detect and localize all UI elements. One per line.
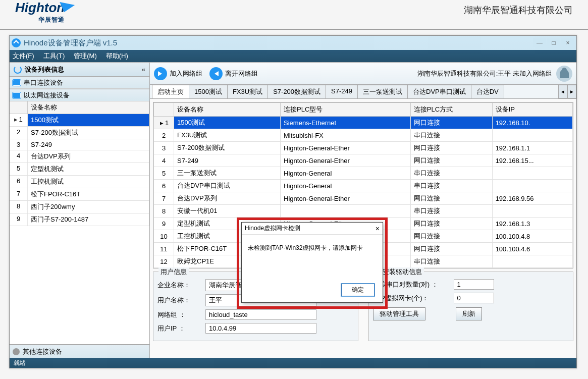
cell-no: 7 <box>154 192 174 205</box>
tab[interactable]: 台达DV <box>471 85 504 98</box>
logo-main: Highton <box>15 0 65 15</box>
row-name: 松下FPOR-C16T <box>28 188 149 200</box>
sidebar-ethernet-section: 以太网连接设备 设备名称 11500测试2S7-200数据测试3S7-2494台… <box>10 89 149 345</box>
cell-model: Hignton-General <box>281 167 411 180</box>
cell-no: 6 <box>154 180 174 192</box>
table-row[interactable]: 6台达DVP串口测试Hignton-General串口连接 <box>154 180 573 192</box>
sidebar-row[interactable]: 11500测试 <box>10 114 149 127</box>
cell-mode: 网口连接 <box>410 154 492 167</box>
minimize-button[interactable]: — <box>533 38 546 47</box>
logo-sub: 华辰智通 <box>15 16 65 24</box>
row-name: 工控机测试 <box>28 176 149 188</box>
table-row[interactable]: 5三一泵送测试Hignton-General串口连接 <box>154 167 573 180</box>
user-info-title: 用户信息 <box>158 267 189 277</box>
menu-file[interactable]: 文件(F) <box>13 51 34 61</box>
tab[interactable]: 启动主页 <box>152 85 189 98</box>
driver-manager-button[interactable]: 驱动管理工具 <box>373 307 425 320</box>
maximize-button[interactable]: □ <box>547 38 560 47</box>
refresh-icon[interactable] <box>14 66 22 74</box>
cell-name: 三一泵送测试 <box>174 167 281 180</box>
sidebar-other-section[interactable]: 其他连接设备 <box>10 345 149 358</box>
serial-icon <box>13 80 21 86</box>
sidebar-serial-title[interactable]: 串口连接设备 <box>10 77 149 89</box>
cell-ip: 192.168.10. <box>492 117 572 129</box>
cell-ip: 100.100.4.8 <box>492 230 572 243</box>
sidebar-row[interactable]: 4台达DVP系列 <box>10 150 149 163</box>
row-name: 西门子S7-200-1487 <box>28 213 149 226</box>
sidebar-row[interactable]: 5定型机测试 <box>10 163 149 176</box>
refresh-button[interactable]: 刷新 <box>456 307 482 320</box>
table-row[interactable]: 3S7-200数据测试Hignton-General-Ether网口连接192.… <box>154 142 573 154</box>
dialog-close-button[interactable]: × <box>376 225 380 233</box>
sidebar-list-header: 设备名称 <box>10 101 149 114</box>
row-no: 2 <box>10 127 28 139</box>
cell-model: Hignton-General <box>281 180 411 192</box>
menu-tools[interactable]: 工具(T) <box>43 51 65 61</box>
username-label: 用户名称： <box>157 296 205 305</box>
join-label: 加入网络组 <box>170 69 202 78</box>
sidebar-row[interactable]: 6工控机测试 <box>10 176 149 188</box>
status-text: 就绪 <box>14 359 26 367</box>
dialog-body: 未检测到TAP-Win32虚拟网卡，请添加网卡 <box>242 235 383 280</box>
avatar[interactable] <box>556 66 572 82</box>
cell-model: Hignton-General-Ether <box>281 192 411 205</box>
th-name: 设备名称 <box>174 103 281 117</box>
cell-no: 5 <box>154 167 174 180</box>
leave-network-button[interactable]: 离开网络组 <box>209 67 258 80</box>
cell-ip <box>492 129 572 142</box>
tab[interactable]: 1500测试 <box>189 85 228 98</box>
tab[interactable]: 三一泵送测试 <box>357 85 408 98</box>
company-label: 企业名称： <box>157 281 205 290</box>
table-row[interactable]: 7台达DVP系列Hignton-General-Ether网口连接192.168… <box>154 192 573 205</box>
cell-no: 8 <box>154 205 174 218</box>
table-row[interactable]: 2FX3U测试Mitsubishi-FX串口连接 <box>154 129 573 142</box>
tab-scroll: ◄ ► <box>558 85 576 98</box>
serial-label: 串口连接设备 <box>24 78 63 87</box>
sidebar-row[interactable]: 8西门子200wmy <box>10 201 149 213</box>
highlight-box: Hinode虚拟网卡检测 × 未检测到TAP-Win32虚拟网卡，请添加网卡 确… <box>238 219 386 307</box>
cell-name: 安徽一代机01 <box>174 205 281 218</box>
tab[interactable]: S7-200数据测试 <box>268 85 326 98</box>
cell-name: 台达DVP串口测试 <box>174 180 281 192</box>
dialog-ok-button[interactable]: 确定 <box>341 284 375 296</box>
sidebar-row[interactable]: 3S7-249 <box>10 139 149 150</box>
cell-name: 1500测试 <box>174 117 281 129</box>
app-window: Hinode设备管理客户端 v1.5 — □ × 文件(F) 工具(T) 管理(… <box>9 35 577 368</box>
sidebar-header: 设备列表信息 « <box>10 63 149 77</box>
cell-no: 11 <box>154 243 174 255</box>
userip-label: 用户IP ： <box>157 324 205 333</box>
cell-ip: 192.168.1.3 <box>492 218 572 230</box>
sidebar-row[interactable]: 7松下FPOR-C16T <box>10 188 149 201</box>
menu-manage[interactable]: 管理(M) <box>74 51 97 61</box>
tab[interactable]: S7-249 <box>326 85 358 98</box>
cell-mode: 网口连接 <box>410 218 492 230</box>
titlebar: Hinode设备管理客户端 v1.5 — □ × <box>10 36 576 50</box>
toolbar-status: 湖南华辰智通科技有限公司:王平 未加入网络组 <box>417 69 552 78</box>
cell-no: 12 <box>154 255 174 268</box>
tab-scroll-right[interactable]: ► <box>567 85 576 98</box>
join-network-button[interactable]: 加入网络组 <box>154 67 202 80</box>
sidebar-row[interactable]: 9西门子S7-200-1487 <box>10 213 149 226</box>
th-model: 连接PLC型号 <box>281 103 411 117</box>
sidebar-ethernet-title[interactable]: 以太网连接设备 <box>10 89 149 101</box>
sidebar-row[interactable]: 2S7-200数据测试 <box>10 127 149 139</box>
cell-model: Mitsubishi-FX <box>281 129 411 142</box>
cell-no: 1 <box>154 117 174 129</box>
leave-label: 离开网络组 <box>225 69 258 78</box>
close-button[interactable]: × <box>561 38 574 47</box>
col-name: 设备名称 <box>28 101 149 114</box>
table-row[interactable]: 11500测试Siemens-Ethernet网口连接192.168.10. <box>154 117 573 129</box>
tab-scroll-left[interactable]: ◄ <box>558 85 567 98</box>
tab[interactable]: 台达DVP串口测试 <box>407 85 471 98</box>
cell-model <box>281 205 411 218</box>
cell-mode: 串口连接 <box>410 180 492 192</box>
tab[interactable]: FX3U测试 <box>227 85 268 98</box>
row-name: S7-249 <box>28 139 149 150</box>
toolbar: 加入网络组 离开网络组 湖南华辰智通科技有限公司:王平 未加入网络组 <box>150 63 576 85</box>
table-row[interactable]: 8安徽一代机01串口连接 <box>154 205 573 218</box>
menu-help[interactable]: 帮助(H) <box>106 51 128 61</box>
tap-field: 0 <box>454 293 494 303</box>
collapse-button[interactable]: « <box>142 66 145 73</box>
cell-ip <box>492 180 572 192</box>
table-row[interactable]: 4S7-249Hignton-General-Ether网口连接192.168.… <box>154 154 573 167</box>
